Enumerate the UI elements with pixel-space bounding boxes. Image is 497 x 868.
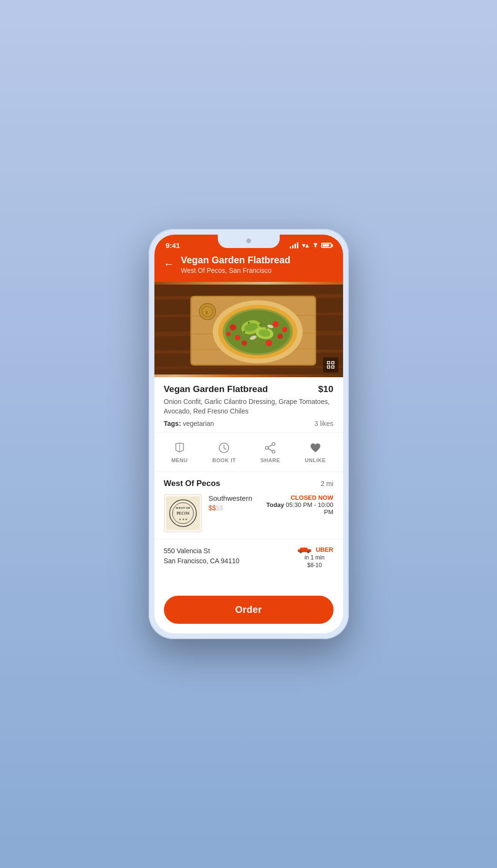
svg-point-32 [259, 324, 261, 326]
svg-point-43 [272, 443, 275, 445]
svg-rect-55 [300, 548, 307, 550]
price-range: $$$$ [209, 504, 253, 512]
book-it-button[interactable]: BOOK IT [207, 439, 242, 465]
food-image: ϱ [154, 282, 343, 377]
hours-info: CLOSED NOW Today 05:30 PM - 10:00 PM [259, 494, 333, 516]
svg-rect-41 [332, 366, 334, 368]
signal-icon [290, 242, 298, 248]
share-icon [264, 441, 277, 455]
tags-value: vegetarian [183, 420, 214, 427]
address-text: 550 Valencia St San Francisco, CA 94110 [164, 546, 240, 566]
status-time: 9:41 [166, 241, 180, 249]
svg-point-30 [282, 327, 287, 332]
back-button[interactable]: ← [164, 258, 174, 270]
battery-icon [321, 243, 332, 248]
book-it-label: BOOK IT [213, 457, 236, 463]
status-icons: ▾▴ [290, 242, 332, 249]
svg-rect-39 [332, 362, 334, 364]
svg-line-46 [268, 445, 272, 447]
svg-line-5 [154, 367, 343, 368]
food-image-container: ϱ [154, 282, 343, 377]
header-subtitle: West Of Pecos, San Francisco [181, 267, 334, 274]
restaurant-distance: 2 mi [321, 480, 333, 487]
notch [218, 235, 280, 248]
uber-label: UBER [316, 546, 334, 553]
phone-screen: 9:41 ▾▴ ← [154, 235, 343, 633]
svg-point-25 [272, 321, 278, 327]
svg-text:WEST OF: WEST OF [175, 506, 191, 510]
unlike-icon [309, 441, 322, 455]
uber-widget[interactable]: UBER in 1 min $8-10 [296, 546, 334, 568]
unlike-label: UNLIKE [305, 457, 326, 463]
svg-point-23 [230, 324, 236, 331]
item-title: Vegan Garden Flatbread [164, 384, 268, 394]
header-text: Vegan Garden Flatbread West Of Pecos, Sa… [181, 254, 334, 274]
svg-text:★ ★ ★: ★ ★ ★ [179, 518, 187, 521]
svg-text:ϱ: ϱ [205, 310, 208, 314]
svg-point-28 [241, 341, 246, 346]
share-button[interactable]: SHARE [255, 439, 286, 465]
restaurant-logo: WEST OF PECOS ★ ★ ★ [164, 494, 202, 532]
menu-label: MENU [171, 457, 187, 463]
order-button-container: Order [154, 588, 343, 633]
uber-car-icon [296, 547, 313, 553]
restaurant-card: WEST OF PECOS ★ ★ ★ Southwestern $$$$ CL… [164, 494, 334, 532]
svg-point-31 [248, 322, 250, 324]
phone-frame: 9:41 ▾▴ ← [149, 229, 349, 639]
uber-time: in 1 min [304, 554, 325, 561]
restaurant-name: West Of Pecos [164, 479, 221, 488]
svg-rect-40 [327, 366, 330, 368]
svg-rect-38 [327, 362, 330, 364]
price-inactive: $$ [216, 504, 223, 512]
restaurant-cuisine: Southwestern [209, 494, 253, 502]
svg-point-45 [272, 450, 275, 453]
svg-point-35 [243, 331, 245, 333]
svg-point-58 [300, 551, 301, 552]
header-title: Vegan Garden Flatbread [181, 254, 334, 266]
svg-text:PECOS: PECOS [176, 511, 189, 516]
content-area: Vegan Garden Flatbread $10 Onion Confit,… [154, 377, 343, 633]
wifi-icon: ▾▴ [302, 242, 309, 249]
hours-text: Today 05:30 PM - 10:00 PM [259, 501, 333, 516]
svg-point-29 [226, 332, 230, 336]
likes-count: 3 likes [314, 420, 334, 427]
svg-line-47 [268, 449, 272, 451]
item-description: Onion Confit, Garlic Cilantro Dressing, … [164, 397, 334, 416]
closed-status: CLOSED NOW [291, 494, 334, 501]
camera [246, 238, 251, 243]
share-label: SHARE [261, 457, 280, 463]
svg-point-24 [234, 335, 240, 340]
restaurant-section: West Of Pecos 2 mi WEST OF PECOS ★ ★ ★ [154, 472, 343, 539]
svg-point-27 [265, 340, 272, 346]
svg-point-34 [266, 328, 267, 330]
svg-point-59 [307, 551, 308, 552]
order-button[interactable]: Order [164, 596, 334, 624]
address-section: 550 Valencia St San Francisco, CA 94110 [154, 539, 343, 575]
page-header: ← Vegan Garden Flatbread West Of Pecos, … [154, 252, 343, 282]
price-active: $$ [209, 504, 216, 512]
expand-button[interactable] [323, 357, 338, 372]
uber-price: $8-10 [307, 562, 322, 568]
item-info: Vegan Garden Flatbread $10 Onion Confit,… [154, 377, 343, 433]
unlike-button[interactable]: UNLIKE [299, 439, 332, 465]
menu-button[interactable]: MENU [165, 439, 193, 465]
svg-point-44 [265, 446, 268, 449]
action-buttons-row: MENU BOOK IT [154, 433, 343, 472]
restaurant-details: Southwestern $$$$ [209, 494, 253, 514]
tags-label: Tags: vegetarian [164, 420, 214, 427]
wifi-icon [312, 243, 319, 248]
book-it-icon [217, 441, 231, 455]
svg-point-26 [277, 333, 283, 339]
item-price: $10 [318, 384, 334, 394]
menu-icon [173, 441, 186, 455]
